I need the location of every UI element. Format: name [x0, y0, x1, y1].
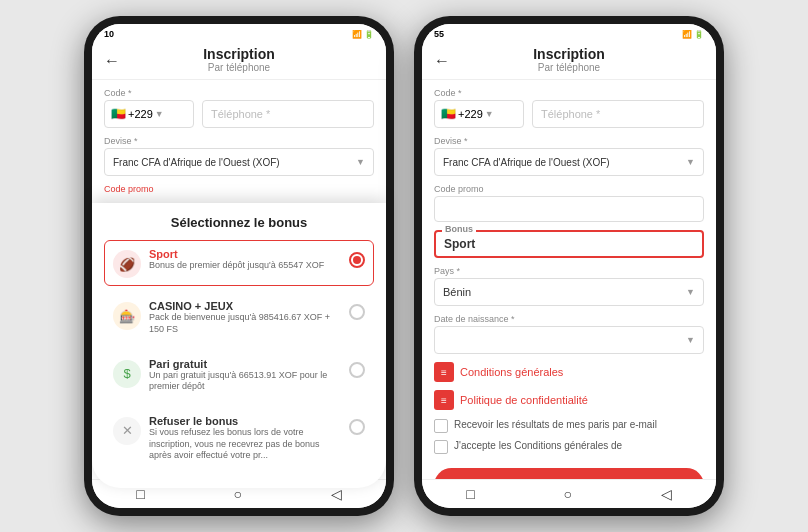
sport-name: Sport — [149, 248, 341, 260]
nav-home-1[interactable]: □ — [136, 486, 144, 502]
code-promo-row-2: Code promo — [434, 184, 704, 222]
casino-name: CASINO + JEUX — [149, 300, 341, 312]
status-time-1: 10 — [104, 29, 114, 39]
casino-radio[interactable] — [349, 304, 365, 320]
politique-row-2: ≡ Politique de confidentialité — [434, 390, 704, 410]
bonus-option-sport[interactable]: 🏈 Sport Bonus de premier dépôt jusqu'à 6… — [104, 240, 374, 286]
code-field-2: Code * 🇧🇯 +229 ▼ — [434, 88, 524, 128]
dob-label-2: Date de naissance * — [434, 314, 704, 324]
telephone-placeholder-1: Téléphone * — [211, 108, 270, 120]
app-title-2: Inscription — [434, 46, 704, 62]
app-header-1: ← Inscription Par téléphone — [92, 42, 386, 80]
refuser-radio[interactable] — [349, 419, 365, 435]
pays-label-2: Pays * — [434, 266, 704, 276]
conditions-icon-2: ≡ — [434, 362, 454, 382]
phones-container: 10 📶 🔋 ← Inscription Par téléphone Code … — [84, 16, 724, 516]
casino-icon: 🎰 — [113, 302, 141, 330]
devise-value-1: Franc CFA d'Afrique de l'Ouest (XOF) — [113, 157, 280, 168]
code-value-1: +229 — [128, 108, 153, 120]
dob-field-2: Date de naissance * ▼ — [434, 314, 704, 354]
phone-1: 10 📶 🔋 ← Inscription Par téléphone Code … — [84, 16, 394, 516]
nav-back-1[interactable]: ◁ — [331, 486, 342, 502]
code-chevron-2: ▼ — [485, 109, 494, 119]
phone-1-screen: 10 📶 🔋 ← Inscription Par téléphone Code … — [92, 24, 386, 508]
code-label-2: Code * — [434, 88, 524, 98]
bonus-selected-label-2: Bonus — [442, 224, 476, 234]
conditions-link-2[interactable]: Conditions générales — [460, 366, 563, 378]
bonus-option-refuser[interactable]: ✕ Refuser le bonus Si vous refusez les b… — [104, 407, 374, 470]
dob-chevron-2: ▼ — [686, 335, 695, 345]
checkbox-label-1-2: Recevoir les résultats de mes paris par … — [454, 418, 657, 431]
overlay-title: Sélectionnez le bonus — [104, 215, 374, 230]
code-field-1: Code * 🇧🇯 +229 ▼ — [104, 88, 194, 128]
nav-circle-1[interactable]: ○ — [234, 486, 242, 502]
checkbox-2-2[interactable] — [434, 440, 448, 454]
bonus-selected-value-2: Sport — [444, 237, 475, 251]
pays-box-2[interactable]: Bénin ▼ — [434, 278, 704, 306]
casino-desc: Pack de bienvenue jusqu'à 985416.67 XOF … — [149, 312, 341, 335]
back-button-2[interactable]: ← — [434, 52, 450, 70]
devise-chevron-1: ▼ — [356, 157, 365, 167]
phone-row-1: Code * 🇧🇯 +229 ▼ Téléphone * — [104, 88, 374, 128]
nav-home-2[interactable]: □ — [466, 486, 474, 502]
bonus-selected-box-2[interactable]: Bonus Sport — [434, 230, 704, 258]
bonus-option-pari[interactable]: $ Pari gratuit Un pari gratuit jusqu'à 6… — [104, 350, 374, 401]
refuser-desc: Si vous refusez les bonus lors de votre … — [149, 427, 341, 462]
checkbox-1-2[interactable] — [434, 419, 448, 433]
code-promo-box-2[interactable] — [434, 196, 704, 222]
devise-label-1: Devise * — [104, 136, 374, 146]
telephone-input-2[interactable]: Téléphone * — [532, 100, 704, 128]
code-chevron-1: ▼ — [155, 109, 164, 119]
phone-2: 55 📶 🔋 ← Inscription Par téléphone Code … — [414, 16, 724, 516]
pari-name: Pari gratuit — [149, 358, 341, 370]
sport-radio[interactable] — [349, 252, 365, 268]
telephone-label-1 — [202, 88, 374, 98]
telephone-field-1: Téléphone * — [202, 88, 374, 128]
app-title-1: Inscription — [104, 46, 374, 62]
nav-circle-2[interactable]: ○ — [564, 486, 572, 502]
back-button-1[interactable]: ← — [104, 52, 120, 70]
code-value-2: +229 — [458, 108, 483, 120]
pari-text: Pari gratuit Un pari gratuit jusqu'à 665… — [149, 358, 341, 393]
checkbox-label-2-2: J'accepte les Conditions générales de — [454, 439, 622, 452]
devise-box-2[interactable]: Franc CFA d'Afrique de l'Ouest (XOF) ▼ — [434, 148, 704, 176]
checkbox-row-1-2: Recevoir les résultats de mes paris par … — [434, 418, 704, 433]
telephone-placeholder-2: Téléphone * — [541, 108, 600, 120]
refuser-text: Refuser le bonus Si vous refusez les bon… — [149, 415, 341, 462]
refuser-icon: ✕ — [113, 417, 141, 445]
pari-radio[interactable] — [349, 362, 365, 378]
dob-box-2[interactable]: ▼ — [434, 326, 704, 354]
politique-link-2[interactable]: Politique de confidentialité — [460, 394, 588, 406]
phone-row-2: Code * 🇧🇯 +229 ▼ Téléphone * — [434, 88, 704, 128]
devise-chevron-2: ▼ — [686, 157, 695, 167]
checkbox-row-2-2: J'accepte les Conditions générales de — [434, 439, 704, 454]
bonus-option-casino[interactable]: 🎰 CASINO + JEUX Pack de bienvenue jusqu'… — [104, 292, 374, 343]
telephone-field-2: Téléphone * — [532, 88, 704, 128]
status-icons-2: 📶 🔋 — [682, 30, 704, 39]
form-content-2: Code * 🇧🇯 +229 ▼ Téléphone * — [422, 80, 716, 479]
sport-icon: 🏈 — [113, 250, 141, 278]
pari-icon: $ — [113, 360, 141, 388]
status-time-2: 55 — [434, 29, 444, 39]
code-box-2[interactable]: 🇧🇯 +229 ▼ — [434, 100, 524, 128]
promo-label-1: Code promo — [104, 184, 374, 194]
code-box-1[interactable]: 🇧🇯 +229 ▼ — [104, 100, 194, 128]
status-bar-1: 10 📶 🔋 — [92, 24, 386, 42]
devise-value-2: Franc CFA d'Afrique de l'Ouest (XOF) — [443, 157, 610, 168]
flag-icon-2: 🇧🇯 — [441, 107, 456, 121]
nav-back-2[interactable]: ◁ — [661, 486, 672, 502]
telephone-label-2 — [532, 88, 704, 98]
devise-box-1[interactable]: Franc CFA d'Afrique de l'Ouest (XOF) ▼ — [104, 148, 374, 176]
sport-desc: Bonus de premier dépôt jusqu'à 65547 XOF — [149, 260, 341, 272]
status-icons-1: 📶 🔋 — [352, 30, 374, 39]
code-label-1: Code * — [104, 88, 194, 98]
register-button-2[interactable]: S'inscrire — [434, 468, 704, 479]
politique-icon-2: ≡ — [434, 390, 454, 410]
bonus-selected-row-2: Bonus Sport — [434, 230, 704, 258]
telephone-input-1[interactable]: Téléphone * — [202, 100, 374, 128]
devise-row-1: Devise * Franc CFA d'Afrique de l'Ouest … — [104, 136, 374, 176]
status-bar-2: 55 📶 🔋 — [422, 24, 716, 42]
pays-field-2: Pays * Bénin ▼ — [434, 266, 704, 306]
conditions-row-2: ≡ Conditions générales — [434, 362, 704, 382]
app-header-2: ← Inscription Par téléphone — [422, 42, 716, 80]
